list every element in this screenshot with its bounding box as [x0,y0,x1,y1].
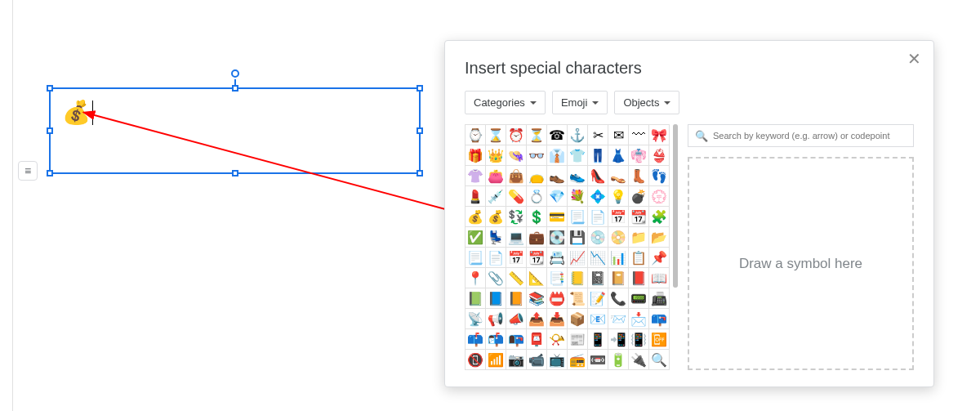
emoji-cell[interactable]: 📣 [506,309,527,329]
emoji-cell[interactable]: 💉 [486,186,506,207]
emoji-cell[interactable]: 💡 [608,186,629,207]
emoji-cell[interactable]: 📎 [486,268,506,288]
emoji-cell[interactable]: ⚓ [568,125,588,145]
emoji-cell[interactable]: 👚 [466,166,486,186]
emoji-cell[interactable]: 📂 [649,227,670,248]
emoji-cell[interactable]: 👙 [649,145,670,166]
close-button[interactable]: ✕ [904,49,924,69]
emoji-cell[interactable]: 💮 [649,186,670,207]
emoji-cell[interactable]: 📠 [649,288,670,309]
emoji-cell[interactable]: 📻 [568,350,588,370]
scrollbar[interactable] [673,124,678,288]
emoji-cell[interactable]: 📷 [506,350,527,370]
emoji-cell[interactable]: 🎁 [466,145,486,166]
emoji-cell[interactable]: 👡 [608,166,629,186]
emoji-cell[interactable]: 📋 [629,248,649,268]
resize-handle-n[interactable] [232,85,238,92]
emoji-cell[interactable]: 💐 [568,186,588,207]
emoji-cell[interactable]: 👞 [547,166,568,186]
emoji-cell[interactable]: 📊 [608,248,629,268]
emoji-cell[interactable]: 💳 [547,207,568,227]
scrollbar-thumb[interactable] [673,124,678,288]
emoji-cell[interactable]: 〰 [629,125,649,145]
emoji-cell[interactable]: ☎ [547,125,568,145]
emoji-cell[interactable]: 📓 [588,268,608,288]
emoji-cell[interactable]: 📖 [649,268,670,288]
emoji-cell[interactable]: 👑 [486,145,506,166]
emoji-cell[interactable]: 📺 [547,350,568,370]
emoji-cell[interactable]: 📃 [466,248,486,268]
emoji-cell[interactable]: 📆 [629,207,649,227]
emoji-cell[interactable]: 👔 [547,145,568,166]
emoji-cell[interactable]: 👕 [568,145,588,166]
emoji-cell[interactable]: 📝 [588,288,608,309]
emoji-cell[interactable]: ⌚ [466,125,486,145]
resize-handle-w[interactable] [47,127,53,134]
draw-symbol-area[interactable]: Draw a symbol here [688,157,914,370]
emoji-cell[interactable]: 👣 [649,166,670,186]
emoji-cell[interactable]: 📜 [568,288,588,309]
emoji-cell[interactable]: 💱 [506,207,527,227]
emoji-cell[interactable]: 💽 [547,227,568,248]
categories-dropdown[interactable]: Categories [465,91,546,114]
emoji-cell[interactable]: 📩 [629,309,649,329]
emoji-cell[interactable]: 📑 [547,268,568,288]
emoji-cell[interactable]: 📬 [486,329,506,350]
text-box[interactable]: 💰 [49,87,421,174]
emoji-cell[interactable]: 💾 [568,227,588,248]
emoji-cell[interactable]: 📈 [568,248,588,268]
emoji-cell[interactable]: 📔 [608,268,629,288]
emoji-cell[interactable]: 📗 [466,288,486,309]
emoji-cell[interactable]: 📚 [527,288,547,309]
emoji-cell[interactable]: 🧩 [649,207,670,227]
emoji-cell[interactable]: ✂ [588,125,608,145]
emoji-cell[interactable]: 📭 [506,329,527,350]
rotate-handle[interactable] [231,69,239,78]
search-box[interactable]: 🔍 [688,124,914,147]
emoji-cell[interactable]: 📕 [629,268,649,288]
resize-handle-ne[interactable] [416,85,423,92]
emoji-cell[interactable]: 👜 [506,166,527,186]
emoji-cell[interactable]: 💰 [466,207,486,227]
objects-dropdown[interactable]: Objects [614,91,679,114]
emoji-cell[interactable]: 💄 [466,186,486,207]
emoji-cell[interactable]: 💎 [547,186,568,207]
resize-handle-s[interactable] [232,170,238,176]
resize-handle-sw[interactable] [47,170,53,176]
emoji-cell[interactable]: 📰 [568,329,588,350]
emoji-cell[interactable]: 📘 [486,288,506,309]
emoji-cell[interactable]: 📱 [588,329,608,350]
emoji-cell[interactable]: 💊 [506,186,527,207]
emoji-cell[interactable]: 📉 [588,248,608,268]
emoji-cell[interactable]: 💍 [527,186,547,207]
emoji-dropdown[interactable]: Emoji [552,91,608,114]
emoji-cell[interactable]: 📇 [547,248,568,268]
vertical-align-button[interactable]: ≡ [18,161,38,181]
emoji-cell[interactable]: 📄 [486,248,506,268]
emoji-cell[interactable]: 📳 [629,329,649,350]
emoji-cell[interactable]: 📯 [547,329,568,350]
resize-handle-nw[interactable] [47,85,53,92]
emoji-cell[interactable]: 👖 [588,145,608,166]
emoji-cell[interactable]: 📏 [506,268,527,288]
emoji-cell[interactable]: 📪 [649,309,670,329]
emoji-cell[interactable]: 👠 [588,166,608,186]
emoji-cell[interactable]: 👓 [527,145,547,166]
emoji-cell[interactable]: ✅ [466,227,486,248]
emoji-cell[interactable]: 📼 [588,350,608,370]
emoji-cell[interactable]: 💰 [486,207,506,227]
emoji-cell[interactable]: 📟 [629,288,649,309]
text-content[interactable]: 💰 [51,89,419,136]
emoji-cell[interactable]: 💼 [527,227,547,248]
emoji-cell[interactable]: 📞 [608,288,629,309]
emoji-cell[interactable]: 📵 [466,350,486,370]
emoji-cell[interactable]: 📲 [608,329,629,350]
emoji-cell[interactable]: 💿 [588,227,608,248]
emoji-cell[interactable]: ⏰ [506,125,527,145]
resize-handle-se[interactable] [416,170,423,176]
emoji-cell[interactable]: 📅 [506,248,527,268]
emoji-cell[interactable]: 💠 [588,186,608,207]
emoji-cell[interactable]: 👟 [568,166,588,186]
emoji-cell[interactable]: ⏳ [527,125,547,145]
emoji-cell[interactable]: 📅 [608,207,629,227]
